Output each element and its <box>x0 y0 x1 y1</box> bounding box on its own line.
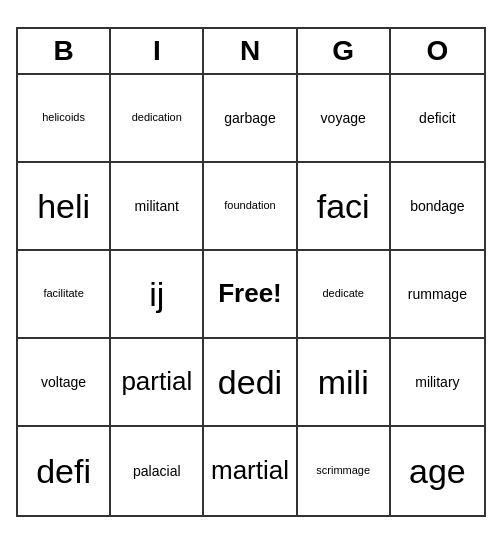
header-letter-n: N <box>204 29 297 73</box>
header-letter-o: O <box>391 29 484 73</box>
cell-text-13: dedicate <box>322 287 364 300</box>
bingo-cell-1: dedication <box>111 75 204 163</box>
bingo-cell-16: partial <box>111 339 204 427</box>
bingo-cell-17: dedi <box>204 339 297 427</box>
cell-text-7: foundation <box>224 199 275 212</box>
cell-text-5: heli <box>37 186 90 227</box>
cell-text-20: defi <box>36 451 91 492</box>
bingo-cell-21: palacial <box>111 427 204 515</box>
cell-text-18: mili <box>318 362 369 403</box>
cell-text-3: voyage <box>321 110 366 127</box>
bingo-header: BINGO <box>18 29 484 75</box>
cell-text-6: militant <box>135 198 179 215</box>
bingo-cell-0: helicoids <box>18 75 111 163</box>
bingo-cell-5: heli <box>18 163 111 251</box>
bingo-cell-13: dedicate <box>298 251 391 339</box>
bingo-cell-14: rummage <box>391 251 484 339</box>
cell-text-0: helicoids <box>42 111 85 124</box>
cell-text-15: voltage <box>41 374 86 391</box>
bingo-cell-8: faci <box>298 163 391 251</box>
cell-text-24: age <box>409 451 466 492</box>
bingo-cell-15: voltage <box>18 339 111 427</box>
cell-text-8: faci <box>317 186 370 227</box>
bingo-cell-7: foundation <box>204 163 297 251</box>
cell-text-16: partial <box>121 366 192 397</box>
bingo-cell-10: facilitate <box>18 251 111 339</box>
cell-text-23: scrimmage <box>316 464 370 477</box>
bingo-cell-23: scrimmage <box>298 427 391 515</box>
cell-text-10: facilitate <box>43 287 83 300</box>
cell-text-11: ij <box>149 274 164 315</box>
bingo-cell-22: martial <box>204 427 297 515</box>
bingo-cell-24: age <box>391 427 484 515</box>
cell-text-21: palacial <box>133 463 180 480</box>
cell-text-19: military <box>415 374 459 391</box>
header-letter-b: B <box>18 29 111 73</box>
cell-text-4: deficit <box>419 110 456 127</box>
bingo-grid: helicoidsdedicationgarbagevoyagedeficith… <box>18 75 484 515</box>
bingo-cell-4: deficit <box>391 75 484 163</box>
bingo-cell-3: voyage <box>298 75 391 163</box>
cell-text-17: dedi <box>218 362 282 403</box>
bingo-card: BINGO helicoidsdedicationgarbagevoyagede… <box>16 27 486 517</box>
bingo-cell-2: garbage <box>204 75 297 163</box>
cell-text-14: rummage <box>408 286 467 303</box>
bingo-cell-12: Free! <box>204 251 297 339</box>
bingo-cell-18: mili <box>298 339 391 427</box>
bingo-cell-9: bondage <box>391 163 484 251</box>
bingo-cell-20: defi <box>18 427 111 515</box>
bingo-cell-6: militant <box>111 163 204 251</box>
bingo-cell-11: ij <box>111 251 204 339</box>
cell-text-22: martial <box>211 455 289 486</box>
header-letter-g: G <box>298 29 391 73</box>
cell-text-9: bondage <box>410 198 465 215</box>
cell-text-12: Free! <box>218 278 282 309</box>
cell-text-1: dedication <box>132 111 182 124</box>
bingo-cell-19: military <box>391 339 484 427</box>
header-letter-i: I <box>111 29 204 73</box>
cell-text-2: garbage <box>224 110 275 127</box>
